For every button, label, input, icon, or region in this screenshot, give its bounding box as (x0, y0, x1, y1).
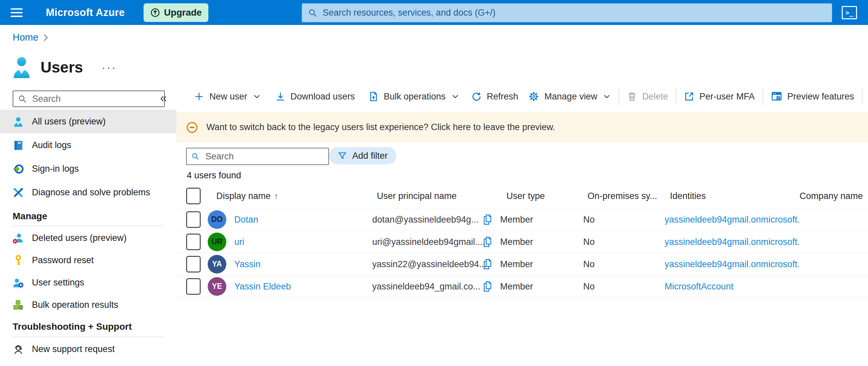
user-display-name-link[interactable]: Dotan (234, 214, 258, 225)
global-search-input[interactable] (322, 7, 826, 18)
add-filter-button[interactable]: Add filter (329, 147, 397, 164)
row-checkbox[interactable] (186, 211, 201, 228)
toolbar-divider (763, 88, 763, 105)
table-row[interactable]: UR uri uri@yassineldeeb94gmail.... Membe… (177, 231, 868, 253)
user-type: Member (500, 259, 533, 269)
column-user-principal-name[interactable]: User principal name (377, 191, 457, 201)
brand-title[interactable]: Microsoft Azure (46, 7, 125, 19)
copy-icon[interactable] (482, 258, 493, 270)
sidebar-item-diagnose[interactable]: Diagnose and solve problems (0, 181, 177, 204)
user-principal-name: yassin22@yassineldeeb94... (372, 259, 487, 269)
row-checkbox[interactable] (186, 256, 201, 273)
page-title: Users (40, 58, 83, 76)
bulk-operations-button[interactable]: Bulk operations (368, 91, 459, 102)
sidebar-search (12, 90, 165, 107)
new-user-button[interactable]: New user (194, 91, 261, 102)
sidebar-item-password-reset[interactable]: Password reset (0, 249, 177, 272)
preview-banner[interactable]: Want to switch back to the legacy users … (177, 112, 868, 142)
column-display-name[interactable]: Display name↑ (216, 191, 278, 201)
breadcrumb: Home (12, 32, 48, 43)
upgrade-arrow-icon (150, 8, 160, 18)
on-premises-sync: No (583, 236, 595, 247)
user-display-name-link[interactable]: Yassin (234, 259, 260, 269)
download-users-button[interactable]: Download users (276, 91, 355, 102)
column-on-premises[interactable]: On-premises sy... (588, 191, 657, 201)
identity-link[interactable]: yassineldeeb94gmail.onmicrosoft. (664, 236, 800, 247)
sidebar-nav-support: New support request (0, 338, 177, 360)
document-upload-icon (368, 91, 379, 102)
copy-icon[interactable] (482, 214, 493, 226)
copy-icon[interactable] (482, 236, 493, 248)
manage-view-button[interactable]: Manage view (528, 91, 611, 102)
results-count: 4 users found (187, 170, 241, 181)
divider (12, 337, 163, 337)
chevron-right-icon (43, 34, 48, 41)
copy-icon[interactable] (482, 281, 493, 292)
column-company-name[interactable]: Company name (800, 191, 863, 201)
preview-features-icon (771, 91, 782, 102)
key-icon (12, 255, 24, 266)
column-identities[interactable]: Identities (670, 191, 706, 201)
sidebar-nav: All users (preview) Audit logs Sign-in l… (0, 110, 177, 204)
column-user-type[interactable]: User type (506, 191, 545, 201)
command-bar: New user Download users Bulk operations … (194, 84, 868, 109)
on-premises-sync: No (583, 259, 595, 269)
avatar: UR (208, 232, 226, 251)
filter-icon (338, 151, 347, 160)
row-checkbox[interactable] (186, 233, 201, 250)
row-checkbox[interactable] (186, 278, 201, 295)
user-principal-name: uri@yassineldeeb94gmail.... (372, 236, 485, 247)
on-premises-sync: No (583, 214, 595, 225)
preview-features-button[interactable]: Preview features (771, 91, 854, 102)
sidebar-collapse-button[interactable]: « (160, 91, 167, 105)
sidebar-section-troubleshooting: Troubleshooting + Support (12, 321, 132, 332)
sidebar-item-user-settings[interactable]: User settings (0, 272, 177, 294)
sidebar-item-all-users[interactable]: All users (preview) (0, 110, 177, 134)
sign-in-icon (12, 163, 24, 175)
user-gear-icon (12, 277, 24, 288)
sidebar-section-manage: Manage (12, 211, 47, 222)
delete-button[interactable]: Delete (627, 91, 668, 102)
user-principal-name: yassineldeeb94_gmail.co... (372, 281, 480, 291)
hamburger-menu-icon[interactable] (11, 6, 23, 19)
cloud-shell-icon[interactable]: >_ (842, 6, 857, 19)
trash-icon (627, 91, 637, 102)
user-type: Member (500, 281, 533, 291)
user-display-name-link[interactable]: Yassin Eldeeb (234, 281, 291, 291)
sidebar-item-new-support-request[interactable]: New support request (0, 338, 177, 360)
identity-link[interactable]: yassineldeeb94gmail.onmicrosoft. (664, 259, 800, 269)
user-type: Member (500, 236, 533, 247)
download-icon (276, 91, 285, 102)
chevron-down-icon (603, 92, 611, 101)
deleted-user-icon (12, 232, 24, 244)
sidebar-item-deleted-users[interactable]: Deleted users (preview) (0, 227, 177, 249)
refresh-button[interactable]: Refresh (471, 91, 518, 102)
avatar: YE (208, 277, 226, 296)
toolbar-divider (676, 88, 676, 105)
table-row[interactable]: YE Yassin Eldeeb yassineldeeb94_gmail.co… (177, 275, 868, 298)
avatar: DO (208, 210, 226, 229)
table-row[interactable]: DO Dotan dotan@yassineldeeb94g... Member… (177, 208, 868, 231)
select-all-checkbox[interactable] (186, 188, 201, 204)
sidebar-search-input[interactable] (32, 93, 159, 105)
identity-link[interactable]: yassineldeeb94gmail.onmicrosoft. (664, 214, 800, 225)
per-user-mfa-button[interactable]: Per-user MFA (684, 91, 755, 102)
upgrade-button[interactable]: Upgrade (144, 3, 209, 22)
headset-icon (12, 344, 24, 355)
user-display-name-link[interactable]: uri (234, 236, 244, 247)
search-icon (308, 8, 317, 18)
table-row[interactable]: YA Yassin yassin22@yassineldeeb94... Mem… (177, 253, 868, 276)
sidebar-item-bulk-operation-results[interactable]: Bulk operation results (0, 294, 177, 316)
page-overflow-button[interactable]: ··· (102, 61, 117, 74)
sidebar-item-sign-in-logs[interactable]: Sign-in logs (0, 157, 177, 181)
user-list-search-input[interactable] (205, 151, 324, 162)
sidebar-item-audit-logs[interactable]: Audit logs (0, 134, 177, 157)
search-icon (18, 94, 27, 104)
identity-link[interactable]: MicrosoftAccount (664, 281, 734, 291)
toolbar-divider (619, 88, 619, 105)
banner-message: Want to switch back to the legacy users … (206, 122, 555, 133)
minus-circle-icon (186, 121, 198, 134)
table-header: Display name↑ User principal name User t… (177, 184, 868, 208)
tools-icon (12, 187, 24, 198)
breadcrumb-home-link[interactable]: Home (12, 32, 38, 43)
